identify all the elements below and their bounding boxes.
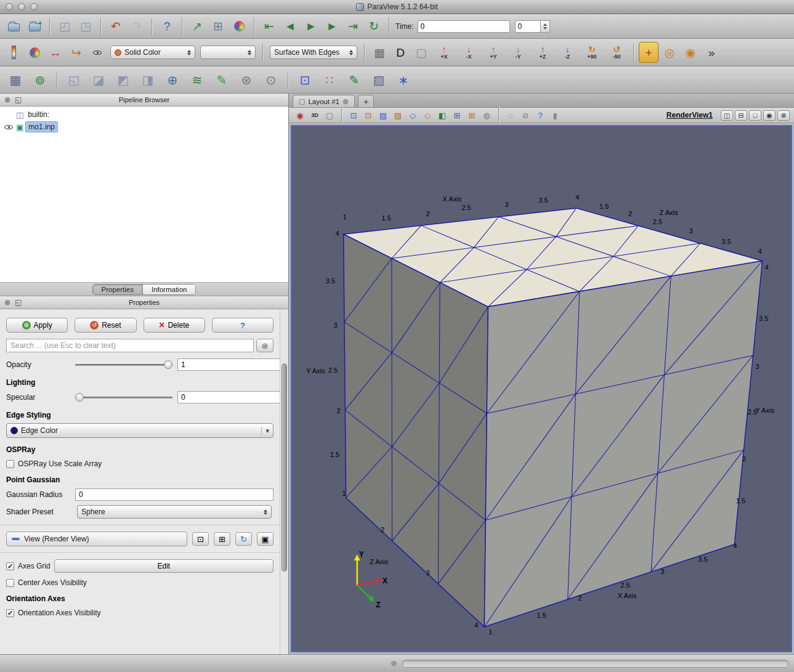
color-by-select[interactable]: Solid Color — [110, 46, 195, 59]
eye-icon[interactable] — [4, 123, 14, 132]
undo-icon[interactable]: ↶ — [106, 16, 126, 37]
select-cells-rectangle-icon[interactable]: ⊡ — [293, 69, 317, 91]
edit-colormap-icon[interactable] — [25, 42, 44, 63]
titlebar[interactable]: ParaView 5.1.2 64-bit — [0, 0, 794, 14]
pipeline-item[interactable]: ◫builtin: — [0, 108, 288, 121]
fullscreen-view-icon[interactable]: ◉ — [763, 110, 776, 121]
rescale-range-icon[interactable]: ↔ — [46, 42, 65, 63]
set-view-plus-y-icon[interactable]: ↑+Y — [482, 42, 505, 63]
adjust-camera-icon[interactable]: ▢ — [323, 109, 336, 121]
first-frame-button[interactable]: ⇤ — [259, 16, 279, 37]
set-view-plus-z-icon[interactable]: ↑+Z — [531, 42, 554, 63]
interactive-select-cells-icon[interactable]: ✎ — [342, 69, 366, 91]
slice-filter-icon[interactable]: ◩ — [111, 69, 135, 91]
opacity-slider[interactable] — [75, 359, 172, 370]
close-properties-panel-icon[interactable]: ⊗ — [4, 299, 10, 306]
orientation-axes-visibility-checkbox[interactable] — [6, 609, 14, 617]
undock-properties-panel-icon[interactable]: ◱ — [15, 299, 22, 306]
load-state-icon[interactable]: ◰ — [55, 16, 75, 37]
gaussian-radius-input[interactable] — [75, 488, 273, 501]
properties-scrollbar[interactable] — [280, 309, 288, 654]
visibility-cell[interactable] — [3, 123, 14, 132]
center-axes-visibility-checkbox[interactable] — [6, 579, 14, 587]
clip-filter-icon[interactable]: ◪ — [87, 69, 110, 91]
help-icon[interactable]: ? — [157, 16, 177, 37]
extract-block-icon[interactable]: ⊙ — [259, 69, 283, 91]
loop-button[interactable]: ↻ — [364, 16, 384, 37]
selection-help-icon[interactable]: ? — [533, 109, 547, 121]
tab-information[interactable]: Information — [143, 285, 196, 294]
interactive-select-points-icon[interactable]: ⊞ — [465, 109, 479, 121]
python-annotation-icon[interactable]: ∗ — [392, 69, 415, 91]
toolbar-overflow-icon[interactable]: » — [702, 42, 721, 63]
warp-filter-icon[interactable]: ✎ — [210, 69, 233, 91]
pipeline-item-label[interactable]: builtin: — [25, 110, 52, 119]
undock-pipeline-panel-icon[interactable]: ◱ — [15, 96, 22, 103]
data-axes-toggle-icon[interactable]: ▮ — [548, 109, 562, 121]
probe-location-icon[interactable]: ⊚ — [28, 69, 52, 91]
select-points-through-icon[interactable]: ▨ — [391, 109, 405, 121]
save-screenshot-icon[interactable]: ↗ — [187, 16, 207, 37]
edge-color-select[interactable]: Edge Color ▾ — [6, 423, 273, 438]
set-view-minus-x-icon[interactable]: ↓-X — [457, 42, 480, 63]
show-axes-grid-icon[interactable]: ▦ — [370, 42, 389, 63]
data-axes-icon[interactable]: D — [391, 42, 410, 63]
rotate-minus-90-icon[interactable]: ↺-90 — [605, 42, 628, 63]
threshold-filter-icon[interactable]: ◨ — [136, 69, 160, 91]
save-view-settings-button[interactable]: ▣ — [257, 532, 273, 546]
group-datasets-icon[interactable]: ⊛ — [235, 69, 258, 91]
select-points-polygon-icon[interactable]: ◇ — [421, 109, 434, 121]
close-layout-icon[interactable]: ⊗ — [342, 97, 349, 106]
last-frame-button[interactable]: ⇥ — [343, 16, 363, 37]
tab-properties[interactable]: Properties — [93, 285, 143, 294]
close-pipeline-panel-icon[interactable]: ⊗ — [4, 96, 10, 103]
select-points-on-icon[interactable]: ⊡ — [362, 109, 375, 121]
pipeline-item-label[interactable]: mo1.inp — [25, 121, 58, 132]
clear-selection-icon[interactable]: ⊘ — [519, 109, 532, 121]
color-palette-icon[interactable] — [229, 16, 249, 37]
apply-button[interactable]: ⊛ Apply — [6, 318, 68, 333]
interaction-mode-3d-icon[interactable]: 3D — [308, 109, 322, 121]
ospray-use-scale-array-checkbox[interactable] — [6, 460, 14, 468]
delete-button[interactable]: × Delete — [144, 318, 205, 333]
maximize-view-icon[interactable]: □ — [749, 110, 761, 121]
pipeline-item[interactable]: ▣mo1.inp — [0, 121, 288, 133]
layout-tab[interactable]: ▢ Layout #1 ⊗ — [293, 95, 355, 107]
reload-view-settings-button[interactable]: ↻ — [235, 532, 252, 546]
set-view-minus-z-icon[interactable]: ↓-Z — [556, 42, 579, 63]
select-points-rectangle-icon[interactable]: ∷ — [318, 69, 341, 91]
representation-select[interactable]: Surface With Edges — [270, 46, 357, 59]
save-state-icon[interactable]: ◳ — [76, 16, 95, 37]
split-horizontal-icon[interactable]: ◫ — [721, 110, 733, 121]
hover-cells-icon[interactable]: ◍ — [480, 109, 493, 121]
play-button[interactable]: ► — [301, 16, 321, 37]
pipeline-list[interactable]: ◫builtin:▣mo1.inp — [0, 107, 288, 283]
abort-progress-icon[interactable]: ⊗ — [391, 659, 397, 667]
axes-grid-checkbox[interactable] — [6, 562, 14, 570]
split-vertical-icon[interactable]: ⊟ — [735, 110, 747, 121]
set-view-minus-y-icon[interactable]: ↓-Y — [506, 42, 530, 63]
rescale-visible-icon[interactable] — [87, 42, 107, 63]
select-cells-on-icon[interactable]: ⊡ — [347, 109, 360, 121]
select-cells-through-icon[interactable]: ▨ — [376, 109, 390, 121]
copy-view-settings-button[interactable]: ⊡ — [192, 532, 209, 546]
specular-input[interactable] — [177, 391, 280, 403]
show-center-axes-icon[interactable]: ◉ — [681, 42, 700, 63]
add-layout-button[interactable]: + — [358, 95, 374, 107]
close-view-icon[interactable]: ⊗ — [777, 110, 790, 121]
pick-center-icon[interactable]: + — [639, 42, 658, 63]
view-section-button[interactable]: View (Render View) — [6, 532, 187, 546]
set-view-plus-x-icon[interactable]: ↑+X — [432, 42, 456, 63]
specular-slider[interactable] — [75, 392, 172, 403]
select-view-icon[interactable]: ⊞ — [208, 16, 228, 37]
contour-filter-icon[interactable]: ≋ — [185, 69, 209, 91]
render-view[interactable]: X Axis11.522.533.54Z Axis1.522.533.54Y A… — [291, 125, 792, 652]
select-cells-polygon-icon[interactable]: ◇ — [406, 109, 419, 121]
zoom-window-button[interactable] — [30, 3, 38, 10]
scrollbar-thumb[interactable] — [282, 363, 287, 572]
calculator-icon[interactable]: ◱ — [62, 69, 86, 91]
next-frame-button[interactable]: ► — [322, 16, 342, 37]
previous-frame-button[interactable]: ◄ — [280, 16, 300, 37]
adjust-camera-icon[interactable]: ▢ — [411, 42, 431, 63]
help-button[interactable]: ? — [212, 318, 273, 333]
